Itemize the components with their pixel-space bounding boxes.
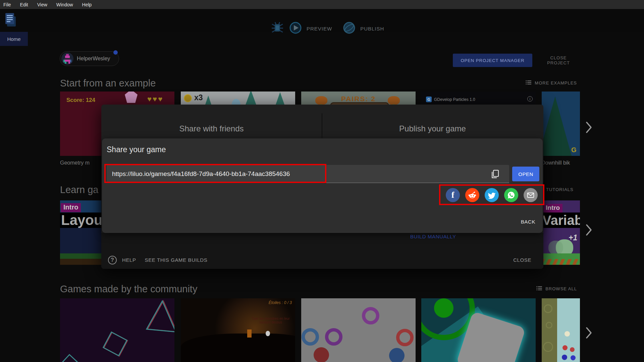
preview-play-icon[interactable] (289, 21, 302, 36)
preview-button[interactable]: PREVIEW (307, 26, 332, 32)
ground-silhouette (181, 334, 295, 362)
caption-geometry: Geometry m (60, 160, 101, 166)
facebook-share-icon[interactable]: f (446, 188, 460, 202)
user-avatar (61, 53, 73, 65)
gdevelop-logo: G (426, 97, 432, 102)
info-icon: i (527, 96, 533, 102)
dot-red (314, 347, 329, 362)
share-panel-title: Share your game (107, 145, 166, 154)
back-button[interactable]: BACK (514, 217, 537, 227)
tutorials-label: TUTORIALS (546, 187, 574, 192)
door-shape (247, 329, 252, 338)
game-url-input[interactable] (111, 165, 488, 183)
sprite-dot (571, 355, 576, 360)
community-card-rings[interactable] (301, 298, 416, 362)
reddit-share-icon[interactable] (465, 188, 479, 202)
ring-purple (362, 307, 379, 324)
open-game-button[interactable]: OPEN (512, 167, 539, 181)
tab-share-with-friends[interactable]: Share with friends (101, 105, 322, 138)
ring-red (396, 329, 414, 346)
intro-badge: Intro (61, 203, 81, 212)
community-section-title: Games made by the community (60, 284, 197, 295)
sprite-dot (565, 331, 570, 337)
example-card-downhill[interactable]: G (542, 92, 580, 156)
social-share-row: f (446, 188, 538, 202)
browse-all-label: BROWSE ALL (545, 286, 577, 291)
notification-dot (113, 50, 118, 55)
debugger-icon[interactable] (270, 21, 284, 36)
pentagon-shape (125, 92, 138, 103)
close-project-button[interactable]: CLOSE PROJECT (537, 54, 580, 67)
ring-purple (325, 328, 342, 346)
share-dialog: Share with friends Publish your game BUI… (101, 105, 543, 269)
toolbar: PREVIEW PUBLISH (0, 9, 644, 32)
green-center (434, 298, 453, 318)
email-share-icon[interactable] (524, 188, 538, 202)
coin-multiplier: x3 (194, 93, 203, 102)
browse-all-link[interactable]: BROWSE ALL (525, 286, 577, 292)
dot-blue (389, 348, 405, 362)
player-ball (266, 331, 270, 336)
help-icon[interactable]: ? (108, 256, 117, 264)
tree-shape (542, 97, 572, 156)
dialog-footer: ? HELP SEE THIS GAME BUILDS CLOSE (101, 251, 543, 269)
see-game-builds-button[interactable]: SEE THIS GAME BUILDS (143, 257, 210, 263)
menu-view[interactable]: View (37, 2, 47, 7)
zigzag-strip (542, 259, 580, 265)
tutorials-link[interactable]: TUTORIALS (546, 187, 574, 192)
community-next-chevron-icon[interactable] (585, 327, 593, 340)
examples-next-chevron-icon[interactable] (585, 121, 593, 135)
copy-url-button[interactable] (489, 168, 501, 180)
list-icon (525, 80, 532, 86)
stars-counter-text: Étoiles : 0 / 3 (269, 300, 292, 305)
tutorial-card-variables[interactable]: Intro Variab +1 (542, 200, 580, 265)
community-card-night[interactable]: Étoiles : 0 / 3 Tuer les monstres en leu… (181, 298, 295, 362)
menu-window[interactable]: Window (56, 2, 73, 7)
user-chip[interactable]: HelperWesley (60, 51, 119, 66)
hearts-icons: ♥♥♥ (147, 95, 163, 104)
help-button[interactable]: HELP (120, 257, 138, 263)
tab-publish-your-game[interactable]: Publish your game (322, 105, 543, 138)
particles-title: GDevelop Particles 1.0 (434, 97, 475, 102)
community-card-glitch[interactable] (60, 298, 174, 362)
user-name: HelperWesley (77, 56, 110, 62)
open-project-manager-button[interactable]: OPEN PROJECT MANAGER (453, 54, 532, 67)
menu-file[interactable]: File (3, 2, 11, 7)
tab-home-label: Home (7, 36, 20, 42)
ring-blue (302, 328, 319, 346)
list-icon (536, 286, 543, 292)
learn-section-title: Learn ga (60, 184, 99, 195)
intro-badge: Intro (543, 204, 562, 213)
tab-home[interactable]: Home (0, 32, 28, 46)
build-manually-link[interactable]: BUILD MANUALLY (410, 234, 456, 239)
project-manager-icon[interactable] (4, 12, 17, 29)
close-dialog-button[interactable]: CLOSE (511, 257, 533, 263)
tab-publish-label: Publish your game (399, 124, 466, 133)
more-examples-link[interactable]: MORE EXAMPLES (517, 80, 577, 86)
game-url-field (107, 165, 509, 183)
learn-next-chevron-icon[interactable] (585, 224, 593, 237)
more-examples-label: MORE EXAMPLES (535, 80, 577, 85)
whatsapp-share-icon[interactable] (504, 188, 518, 202)
tutorial-title: Variab (542, 213, 580, 228)
score-text: Score: 124 (66, 97, 95, 104)
hint-text: Tuer les monstres en leur sautant dessus (251, 317, 291, 324)
downhill-letter: G (571, 146, 577, 154)
fish-shape (388, 96, 400, 105)
menu-edit[interactable]: Edit (20, 2, 28, 7)
facebook-glyph: f (451, 191, 454, 199)
circle-pattern (546, 322, 552, 328)
examples-section-title: Start from an example (60, 78, 156, 89)
twitter-share-icon[interactable] (485, 188, 499, 202)
community-card-partial[interactable] (542, 298, 580, 362)
circle-pattern (544, 304, 552, 313)
menu-help[interactable]: Help (82, 2, 92, 7)
publish-button[interactable]: PUBLISH (360, 26, 384, 32)
circle-pattern (543, 342, 553, 352)
caption-downhill: Downhill bik (541, 160, 580, 166)
fish-shape (315, 96, 327, 105)
share-panel: Share your game OPEN f (102, 138, 543, 233)
community-card-maze[interactable] (421, 298, 536, 362)
publish-globe-icon[interactable] (343, 21, 356, 36)
gdevelop-window: File Edit View Window Help (0, 0, 644, 362)
